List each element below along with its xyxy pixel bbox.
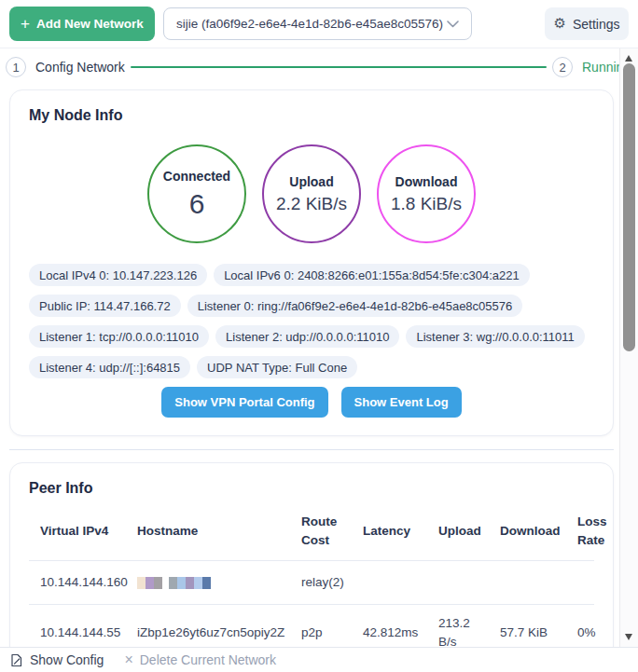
show-config-button[interactable]: Show Config xyxy=(9,652,104,667)
col-latency: Latency xyxy=(352,501,427,560)
cell-latency xyxy=(352,561,427,604)
download-gauge: Download 1.8 KiB/s xyxy=(377,144,476,243)
upload-gauge-label: Upload xyxy=(289,174,333,189)
cell-upload xyxy=(427,561,489,604)
censored-hostname-pixels xyxy=(137,577,211,589)
chip-local-ipv6: Local IPv6 0: 2408:8266:e01:155a:8d54:5f… xyxy=(214,264,530,286)
chip-listener-2: Listener 2: udp://0.0.0.0:11010 xyxy=(215,325,399,348)
step2-number-badge: 2 xyxy=(552,57,573,77)
connected-gauge-label: Connected xyxy=(163,169,230,184)
delete-current-network-button[interactable]: × Delete Current Network xyxy=(124,652,276,667)
cell-loss-rate xyxy=(566,561,594,604)
peer-info-card: Peer Info Virtual IPv4 Hostname Route Co… xyxy=(9,462,614,672)
download-gauge-value: 1.8 KiB/s xyxy=(391,194,462,214)
chip-local-ipv4: Local IPv4 0: 10.147.223.126 xyxy=(29,264,207,286)
stepper-connector-line xyxy=(131,66,547,68)
upload-gauge: Upload 2.2 KiB/s xyxy=(262,144,361,243)
close-icon: × xyxy=(124,652,132,667)
scrollbar-up-arrow-icon[interactable] xyxy=(625,55,632,62)
step-config-network[interactable]: 1 Config Network xyxy=(6,57,125,77)
settings-label: Settings xyxy=(573,17,620,32)
scrollbar-thumb[interactable] xyxy=(623,63,635,351)
download-gauge-label: Download xyxy=(395,174,458,189)
node-gauges: Connected 6 Upload 2.2 KiB/s Download 1.… xyxy=(10,144,613,243)
cell-route-cost: relay(2) xyxy=(290,561,352,604)
cell-hostname-censored xyxy=(126,561,290,604)
cell-virtual-ipv4: 10.144.144.160 xyxy=(29,561,126,604)
col-download: Download xyxy=(489,501,566,560)
upload-value: 213.2 xyxy=(438,614,470,633)
scrollbar-down-arrow-icon[interactable] xyxy=(625,634,632,640)
chip-public-ip: Public IP: 114.47.166.72 xyxy=(29,295,181,317)
peer-table: Virtual IPv4 Hostname Route Cost Latency… xyxy=(29,501,594,661)
my-node-info-card: My Node Info Connected 6 Upload 2.2 KiB/… xyxy=(9,89,614,436)
col-hostname: Hostname xyxy=(126,501,290,560)
show-event-log-button[interactable]: Show Event Log xyxy=(341,387,462,418)
show-vpn-portal-config-button[interactable]: Show VPN Portal Config xyxy=(161,387,327,418)
vertical-scrollbar[interactable] xyxy=(619,48,638,647)
add-new-network-button[interactable]: + Add New Network xyxy=(9,7,155,41)
connected-gauge-value: 6 xyxy=(189,188,205,220)
chip-listener-3: Listener 3: wg://0.0.0.0:11011 xyxy=(406,325,584,348)
node-actions: Show VPN Portal Config Show Event Log xyxy=(10,387,613,418)
stepper: 1 Config Network 2 Running xyxy=(0,48,638,82)
chip-listener-4: Listener 4: udp://[::]:64815 xyxy=(29,356,190,378)
node-info-title: My Node Info xyxy=(29,107,613,124)
node-detail-chips: Local IPv4 0: 10.147.223.126 Local IPv6 … xyxy=(29,264,594,378)
step1-label: Config Network xyxy=(35,60,125,75)
network-selector-value: sijie (fa06f9e2-e6e4-4e1d-82b6-e45ae8c05… xyxy=(176,17,443,31)
gear-icon: ⚙ xyxy=(553,17,565,31)
chip-listener-1: Listener 1: tcp://0.0.0.0:11010 xyxy=(29,325,209,348)
bottom-action-bar: Show Config × Delete Current Network xyxy=(0,647,638,672)
chip-listener-0: Listener 0: ring://fa06f9e2-e6e4-4e1d-82… xyxy=(187,295,523,317)
connected-gauge: Connected 6 xyxy=(147,144,246,243)
col-loss-rate: Loss Rate xyxy=(566,501,607,560)
peer-info-title: Peer Info xyxy=(29,480,613,497)
top-toolbar: + Add New Network sijie (fa06f9e2-e6e4-4… xyxy=(0,0,638,48)
step1-number-badge: 1 xyxy=(6,57,26,77)
peer-row: 10.144.144.160 relay(2) xyxy=(29,561,594,605)
upload-gauge-value: 2.2 KiB/s xyxy=(276,194,347,214)
col-upload: Upload xyxy=(427,501,489,560)
network-selector-dropdown[interactable]: sijie (fa06f9e2-e6e4-4e1d-82b6-e45ae8c05… xyxy=(163,7,472,40)
col-route-cost: Route Cost xyxy=(290,501,352,560)
settings-button[interactable]: ⚙ Settings xyxy=(545,7,629,40)
add-new-network-label: Add New Network xyxy=(36,17,144,31)
cell-download xyxy=(489,561,566,604)
peer-table-header: Virtual IPv4 Hostname Route Cost Latency… xyxy=(29,501,594,561)
show-config-label: Show Config xyxy=(30,652,104,667)
col-virtual-ipv4: Virtual IPv4 xyxy=(29,501,126,560)
chip-udp-nat-type: UDP NAT Type: Full Cone xyxy=(197,356,357,378)
delete-network-label: Delete Current Network xyxy=(140,652,276,667)
plus-icon: + xyxy=(21,16,30,32)
chevron-down-icon xyxy=(447,21,459,28)
card-divider xyxy=(9,449,614,450)
file-config-icon xyxy=(9,653,23,667)
